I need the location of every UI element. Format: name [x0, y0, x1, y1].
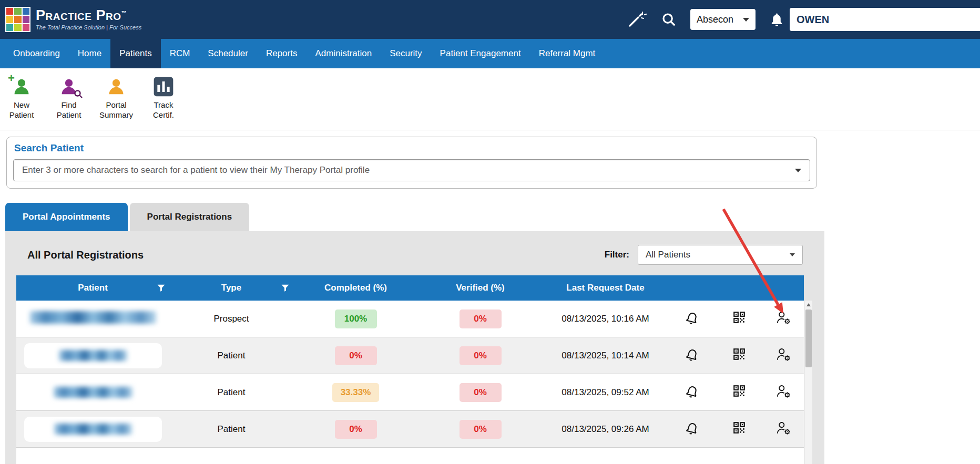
username-label: OWEN — [797, 14, 829, 26]
redaction-backdrop — [24, 380, 162, 405]
nav-item-rcm[interactable]: RCM — [161, 39, 199, 68]
table-row: Patient 0% 0% 08/13/2025, 09:26 AM — [16, 411, 804, 448]
search-icon[interactable] — [661, 12, 677, 27]
table-scrollbar[interactable] — [804, 301, 812, 464]
patient-settings-icon[interactable] — [775, 311, 791, 325]
nav-item-home[interactable]: Home — [69, 39, 110, 68]
redacted-patient-name[interactable] — [54, 387, 132, 398]
patient-search-combobox[interactable]: Enter 3 or more characters to search for… — [13, 159, 810, 181]
search-patient-title: Search Patient — [14, 142, 810, 154]
table-row: Patient 0% 0% 08/13/2025, 10:14 AM — [16, 337, 804, 374]
completed-badge: 100% — [335, 310, 377, 328]
patient-settings-icon[interactable] — [775, 347, 791, 362]
location-selected-value: Absecon — [697, 14, 733, 25]
table-row: Patient 33.33% 0% 08/13/2025, 09:52 AM — [16, 374, 804, 411]
redacted-patient-name[interactable] — [59, 350, 127, 361]
panel-title: All Portal Registrations — [27, 249, 144, 261]
find-patient-button[interactable]: FindPatient — [52, 76, 86, 120]
nav-item-administration[interactable]: Administration — [306, 39, 381, 68]
patient-type-cell: Patient — [169, 350, 293, 361]
portal-summary-button[interactable]: PortalSummary — [99, 76, 134, 120]
new-patient-button[interactable]: + NewPatient — [4, 76, 39, 120]
logo-tagline: The Total Practice Solution | For Succes… — [36, 24, 141, 30]
verified-badge: 0% — [460, 420, 502, 439]
nav-item-patients[interactable]: Patients — [110, 39, 160, 68]
filter-funnel-icon[interactable] — [281, 284, 289, 292]
qr-code-icon[interactable] — [732, 421, 746, 435]
chevron-down-icon — [790, 253, 795, 256]
qr-code-icon[interactable] — [732, 384, 746, 398]
completed-badge: 0% — [335, 420, 377, 439]
redacted-patient-name[interactable] — [54, 424, 132, 435]
last-request-date-cell: 08/13/2025, 10:14 AM — [543, 350, 668, 361]
qr-code-icon[interactable] — [732, 347, 746, 361]
table-header-row: Patient Type Completed (%) Verified (%) … — [16, 275, 804, 301]
nav-item-referral-mgmt[interactable]: Referral Mgmt — [530, 39, 605, 68]
patients-toolbar: + NewPatient FindPatient PortalSummary — [0, 68, 980, 130]
patient-settings-icon[interactable] — [775, 384, 791, 398]
practice-pro-logo[interactable]: Practice Pro™ The Total Practice Solutio… — [5, 7, 141, 32]
redacted-patient-name[interactable] — [30, 311, 156, 324]
user-menu[interactable]: OWEN — [790, 8, 980, 31]
patient-type-cell: Patient — [169, 387, 293, 398]
main-nav: Onboarding Home Patients RCM Scheduler R… — [0, 39, 980, 68]
patient-type-cell: Prospect — [169, 314, 293, 324]
tool-label: FindPatient — [57, 100, 81, 120]
nav-item-patient-engagement[interactable]: Patient Engagement — [431, 39, 530, 68]
chevron-down-icon — [743, 18, 749, 22]
logo-mosaic-icon — [5, 7, 30, 32]
panel-header: All Portal Registrations Filter: All Pat… — [5, 231, 824, 275]
patient-type-cell: Patient — [169, 424, 293, 435]
redaction-backdrop — [24, 343, 162, 368]
table-row: Prospect 100% 0% 08/13/2025, 10:16 AM — [16, 301, 804, 337]
nav-item-scheduler[interactable]: Scheduler — [199, 39, 257, 68]
location-select[interactable]: Absecon — [690, 9, 756, 30]
chevron-down-icon — [795, 169, 801, 172]
logo-title: Practice Pro™ — [36, 8, 141, 23]
col-header-type: Type — [169, 283, 293, 293]
completed-badge: 33.33% — [332, 383, 380, 402]
reminder-bell-icon[interactable] — [685, 384, 699, 398]
nav-item-reports[interactable]: Reports — [257, 39, 307, 68]
verified-badge: 0% — [460, 346, 502, 365]
col-header-completed: Completed (%) — [293, 283, 418, 293]
last-request-date-cell: 08/13/2025, 09:52 AM — [543, 387, 668, 398]
filter-funnel-icon[interactable] — [157, 284, 165, 292]
topbar-actions: Absecon — [627, 9, 784, 30]
find-patient-icon — [58, 76, 79, 98]
tool-label: PortalSummary — [99, 100, 133, 120]
filter-group: Filter: All Patients — [605, 245, 803, 265]
scrollbar-thumb[interactable] — [805, 310, 812, 367]
reminder-bell-icon[interactable] — [685, 421, 699, 435]
magic-wand-icon[interactable] — [627, 11, 647, 28]
tool-label: TrackCertif. — [153, 100, 174, 120]
plus-icon: + — [8, 71, 15, 85]
patients-filter-select[interactable]: All Patients — [638, 245, 803, 265]
table-row-partial — [16, 448, 804, 464]
logo-text: Practice Pro™ The Total Practice Solutio… — [36, 8, 141, 30]
reminder-bell-icon[interactable] — [685, 311, 699, 325]
col-header-patient: Patient — [16, 283, 169, 293]
qr-code-icon[interactable] — [732, 311, 746, 324]
verified-badge: 0% — [460, 383, 502, 402]
track-certifications-button[interactable]: TrackCertif. — [146, 76, 181, 120]
filter-label: Filter: — [605, 250, 629, 260]
trademark-symbol: ™ — [121, 10, 127, 16]
nav-item-security[interactable]: Security — [381, 39, 431, 68]
tool-label: NewPatient — [9, 100, 34, 120]
last-request-date-cell: 08/13/2025, 10:16 AM — [543, 314, 668, 324]
nav-item-onboarding[interactable]: Onboarding — [4, 39, 69, 68]
verified-badge: 0% — [460, 310, 502, 328]
completed-badge: 0% — [335, 346, 377, 365]
col-header-verified: Verified (%) — [418, 283, 543, 293]
last-request-date-cell: 08/13/2025, 09:26 AM — [543, 424, 668, 435]
notifications-bell-icon[interactable] — [769, 12, 784, 28]
tab-portal-registrations[interactable]: Portal Registrations — [130, 203, 250, 231]
patient-settings-icon[interactable] — [775, 421, 791, 435]
search-patient-section: Search Patient Enter 3 or more character… — [6, 137, 817, 189]
col-header-last-request: Last Request Date — [543, 283, 668, 293]
scroll-up-arrow-icon[interactable] — [804, 301, 812, 309]
reminder-bell-icon[interactable] — [685, 347, 699, 362]
search-placeholder-text: Enter 3 or more characters to search for… — [22, 165, 370, 176]
tab-portal-appointments[interactable]: Portal Appointments — [5, 203, 128, 231]
